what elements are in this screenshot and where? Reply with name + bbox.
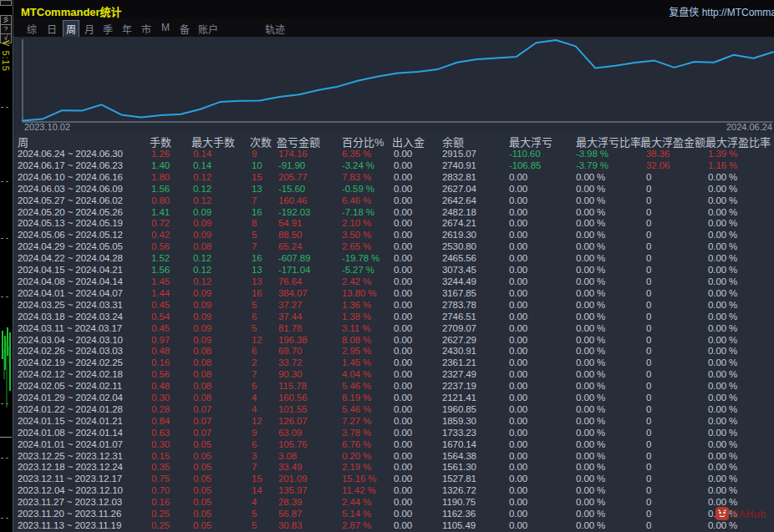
cell-max_float_loss_pct: 0.00 % bbox=[576, 428, 605, 439]
cell-times: 13 bbox=[252, 265, 262, 276]
cell-max_float_profit: 0 bbox=[646, 428, 651, 439]
menu-item-4[interactable]: 季 bbox=[100, 21, 115, 37]
cell-max_float_loss_pct: 0.00 % bbox=[576, 323, 605, 335]
table-row[interactable]: 2024.03.04 ~ 2024.03.100.970.0912196.388… bbox=[13, 335, 774, 347]
table-row[interactable]: 2023.11.20 ~ 2023.11.260.250.05556.875.1… bbox=[13, 509, 774, 520]
column-header-max_float_loss[interactable]: 最大浮亏 bbox=[509, 134, 552, 149]
equity-chart-canvas: 2023.10.02 2024.06.24 bbox=[13, 37, 774, 132]
cell-max_float_profit_pct: 0.00 % bbox=[708, 195, 737, 207]
cell-pct: 0.20 % bbox=[342, 451, 371, 463]
table-row[interactable]: 2024.05.27 ~ 2024.06.020.800.127160.466.… bbox=[13, 195, 774, 207]
table-row[interactable]: 2024.02.12 ~ 2024.02.180.560.08790.304.0… bbox=[13, 369, 774, 381]
cell-max_float_loss_pct: 0.00 % bbox=[576, 509, 605, 520]
cell-in_out: 0.00 bbox=[394, 462, 412, 474]
table-row[interactable]: 2024.06.24 ~ 2024.06.301.260.149174.166.… bbox=[13, 149, 774, 160]
column-header-in_out[interactable]: 出入金 bbox=[392, 134, 425, 149]
cell-max_float_profit_pct: 0.00 % bbox=[708, 485, 737, 497]
cell-lots: 1.40 bbox=[151, 160, 170, 172]
menu-item-8[interactable]: 备 bbox=[177, 21, 192, 37]
table-row[interactable]: 2024.05.13 ~ 2024.05.190.720.09854.912.1… bbox=[13, 218, 774, 230]
table-row[interactable]: 2024.03.25 ~ 2024.03.310.450.09537.271.3… bbox=[13, 300, 774, 312]
cell-times: 9 bbox=[252, 428, 257, 439]
cell-max_float_loss_pct: 0.00 % bbox=[576, 230, 605, 241]
table-row[interactable]: 2024.01.08 ~ 2024.01.140.630.07963.093.7… bbox=[13, 428, 774, 439]
cell-period: 2024.02.12 ~ 2024.02.18 bbox=[18, 369, 123, 381]
table-row[interactable]: 2023.12.25 ~ 2023.12.310.150.0533.080.20… bbox=[13, 451, 774, 463]
cell-max_lots: 0.08 bbox=[193, 357, 211, 369]
window-fragment-icon[interactable] bbox=[0, 0, 12, 6]
column-header-pct[interactable]: 百分比% bbox=[342, 134, 384, 149]
table-row[interactable]: 2024.04.29 ~ 2024.05.050.560.08765.242.6… bbox=[13, 241, 774, 253]
cell-max_float_loss_pct: 0.00 % bbox=[576, 172, 605, 184]
cell-in_out: 0.00 bbox=[394, 253, 412, 265]
cell-period: 2024.06.24 ~ 2024.06.30 bbox=[18, 149, 123, 160]
column-header-times[interactable]: 次数 bbox=[250, 134, 272, 149]
cell-pnl: 33.72 bbox=[278, 357, 302, 369]
cell-max_float_loss: 0.00 bbox=[509, 253, 527, 265]
brand-link[interactable]: 复盘侠 http://MTComma bbox=[669, 4, 774, 18]
table-row[interactable]: 2024.02.19 ~ 2024.02.250.160.08233.721.4… bbox=[13, 357, 774, 369]
table-row[interactable]: 2024.02.05 ~ 2024.02.110.480.086115.785.… bbox=[13, 381, 774, 393]
table-row[interactable]: 2024.03.11 ~ 2024.03.170.450.09581.783.1… bbox=[13, 323, 774, 335]
table-row[interactable]: 2024.06.03 ~ 2024.06.091.560.1213-15.60-… bbox=[13, 184, 774, 195]
table-row[interactable]: 2023.12.18 ~ 2023.12.240.350.05733.492.1… bbox=[13, 462, 774, 474]
column-header-max_float_profit[interactable]: 最大浮盈金额 bbox=[640, 134, 705, 149]
table-row[interactable]: 2024.01.15 ~ 2024.01.210.840.0712126.077… bbox=[13, 416, 774, 428]
table-row[interactable]: 2024.02.26 ~ 2024.03.030.480.08669.702.9… bbox=[13, 346, 774, 357]
cell-max_float_profit: 0 bbox=[646, 416, 651, 428]
cell-max_float_loss: 0.00 bbox=[509, 369, 527, 381]
table-row[interactable]: 2024.04.22 ~ 2024.04.281.520.1216-607.89… bbox=[13, 253, 774, 265]
column-header-lots[interactable]: 手数 bbox=[150, 134, 171, 149]
menu-item-2[interactable]: 周 bbox=[63, 20, 79, 38]
table-row[interactable]: 2024.05.06 ~ 2024.05.120.420.09588.503.5… bbox=[13, 230, 774, 241]
menu-item-10[interactable]: 轨迹 bbox=[262, 21, 288, 37]
cell-max_float_profit_pct: 0.00 % bbox=[708, 288, 737, 300]
table-row[interactable]: 2024.03.18 ~ 2024.03.240.540.09637.441.3… bbox=[13, 312, 774, 323]
table-row[interactable]: 2023.11.27 ~ 2023.12.030.160.05428.392.4… bbox=[13, 497, 774, 509]
menu-item-1[interactable]: 日 bbox=[44, 21, 59, 37]
menu-item-0[interactable]: 综 bbox=[24, 21, 39, 37]
table-row[interactable]: 2023.11.13 ~ 2023.11.190.250.05530.832.8… bbox=[13, 520, 774, 532]
menu-item-6[interactable]: 市 bbox=[139, 21, 154, 37]
cell-in_out: 0.00 bbox=[394, 265, 412, 276]
cell-max_float_loss_pct: 0.00 % bbox=[576, 195, 605, 207]
cell-lots: 0.15 bbox=[151, 451, 170, 463]
column-header-pnl[interactable]: 盈亏金额 bbox=[277, 134, 320, 149]
table-row[interactable]: 2024.04.01 ~ 2024.04.071.440.0916384.071… bbox=[13, 288, 774, 300]
column-header-max_lots[interactable]: 最大手数 bbox=[191, 134, 235, 149]
cell-pnl: 69.70 bbox=[278, 346, 302, 357]
table-row[interactable]: 2024.04.08 ~ 2024.04.141.450.121376.642.… bbox=[13, 276, 774, 288]
cell-max_float_profit: 32.06 bbox=[646, 160, 670, 172]
menu-item-5[interactable]: 年 bbox=[120, 21, 135, 37]
cell-max_float_loss: 0.00 bbox=[509, 241, 527, 253]
column-header-max_float_loss_pct[interactable]: 最大浮亏比率 bbox=[576, 134, 641, 149]
cell-pnl: 33.49 bbox=[278, 462, 302, 474]
column-header-period[interactable]: 周 bbox=[18, 134, 28, 149]
table-row[interactable]: 2024.05.20 ~ 2024.05.261.410.0916-192.03… bbox=[13, 207, 774, 219]
table-row[interactable]: 2024.06.17 ~ 2024.06.231.400.1410-91.90-… bbox=[13, 160, 774, 172]
cell-lots: 0.97 bbox=[151, 335, 170, 347]
cell-times: 2 bbox=[252, 357, 257, 369]
menu-item-3[interactable]: 月 bbox=[82, 21, 97, 37]
column-header-max_float_profit_pct[interactable]: 最大浮盈比率 bbox=[705, 134, 771, 149]
cell-pct: 3.11 % bbox=[342, 323, 370, 335]
menu-item-9[interactable]: 账户 bbox=[196, 21, 221, 37]
cell-in_out: 0.00 bbox=[394, 323, 412, 335]
cell-in_out: 0.00 bbox=[394, 404, 412, 416]
cell-period: 2024.01.29 ~ 2024.02.04 bbox=[18, 393, 123, 404]
cell-period: 2024.03.18 ~ 2024.03.24 bbox=[18, 312, 123, 323]
column-header-balance[interactable]: 余额 bbox=[442, 134, 464, 149]
table-row[interactable]: 2023.12.11 ~ 2023.12.170.750.0515201.091… bbox=[13, 474, 774, 485]
table-row[interactable]: 2024.01.22 ~ 2024.01.280.280.074101.555.… bbox=[13, 404, 774, 416]
cell-max_float_loss: 0.00 bbox=[509, 474, 527, 485]
cell-lots: 1.45 bbox=[151, 276, 170, 288]
menu-item-7[interactable]: M bbox=[159, 21, 172, 34]
table-row[interactable]: 2024.04.15 ~ 2024.04.211.560.1213-171.04… bbox=[13, 265, 774, 276]
cell-times: 3 bbox=[252, 451, 257, 463]
table-row[interactable]: 2024.01.29 ~ 2024.02.040.300.084160.568.… bbox=[13, 393, 774, 404]
cell-max_float_profit: 0 bbox=[646, 474, 651, 485]
table-row[interactable]: 2024.06.10 ~ 2024.06.161.800.1215205.777… bbox=[13, 172, 774, 184]
cell-balance: 3073.45 bbox=[442, 265, 476, 276]
table-row[interactable]: 2024.01.01 ~ 2024.01.070.300.056105.766.… bbox=[13, 439, 774, 451]
table-row[interactable]: 2023.12.04 ~ 2023.12.100.700.0514135.971… bbox=[13, 485, 774, 497]
